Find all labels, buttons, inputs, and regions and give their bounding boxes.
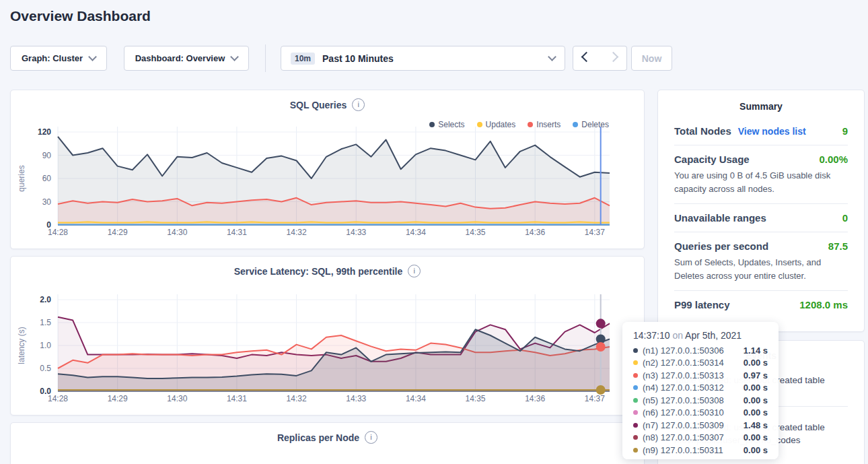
tooltip-row: (n6) 127.0.0.1:503100.00 s xyxy=(633,407,768,420)
legend-series-label: Deletes xyxy=(581,120,609,129)
svg-text:14:31: 14:31 xyxy=(227,394,247,403)
node-address: (n5) 127.0.0.1:50308 xyxy=(643,395,724,405)
svg-text:14:35: 14:35 xyxy=(466,228,486,237)
summary-value: 9 xyxy=(842,125,848,137)
series-dot xyxy=(633,373,638,378)
service-latency-chart[interactable]: 14:2814:2914:3014:3114:3214:3314:3414:35… xyxy=(11,257,644,415)
tooltip-timestamp: 14:37:10 on Apr 5th, 2021 xyxy=(633,330,768,341)
latency-value: 0.00 s xyxy=(744,432,768,442)
chevron-down-icon xyxy=(548,53,556,61)
sql-queries-chart[interactable]: 14:2814:2914:3014:3114:3214:3314:3414:35… xyxy=(11,90,644,248)
latency-value: 0.00 s xyxy=(744,395,768,405)
svg-text:14:30: 14:30 xyxy=(167,394,187,403)
page-title: Overview Dashboard xyxy=(10,8,151,24)
latency-value: 0.00 s xyxy=(744,358,768,368)
svg-text:14:34: 14:34 xyxy=(406,228,426,237)
summary-label: P99 latency xyxy=(674,299,730,310)
tooltip-date: Apr 5th, 2021 xyxy=(685,330,742,341)
series-dot xyxy=(633,435,638,440)
sql-queries-card: SQL Queries SelectsUpdatesInsertsDeletes… xyxy=(10,90,645,249)
legend-item: Deletes xyxy=(573,120,609,129)
summary-row: Total NodesView nodes list9 xyxy=(674,117,848,145)
time-range-dropdown[interactable]: 10m Past 10 Minutes xyxy=(281,46,565,71)
summary-value: 0 xyxy=(842,212,848,224)
tooltip-row: (n1) 127.0.0.1:503061.14 s xyxy=(633,344,768,357)
legend-series-dot xyxy=(429,122,435,127)
tooltip-row: (n3) 127.0.0.1:503130.97 s xyxy=(633,369,768,382)
summary-row: Unavailable ranges0 xyxy=(674,204,848,232)
sql-queries-legend: SelectsUpdatesInsertsDeletes xyxy=(429,120,609,129)
info-icon[interactable] xyxy=(408,265,421,277)
time-now-button[interactable]: Now xyxy=(631,46,672,71)
replicas-per-node-card: Replicas per Node xyxy=(10,422,645,464)
tooltip-row: (n7) 127.0.0.1:503091.48 s xyxy=(633,419,768,432)
chevron-left-icon xyxy=(581,52,592,63)
legend-item: Inserts xyxy=(528,120,560,129)
node-address: (n8) 127.0.0.1:50307 xyxy=(643,432,724,442)
legend-series-dot xyxy=(528,122,533,127)
series-dot xyxy=(633,348,638,353)
latency-value: 0.97 s xyxy=(744,370,768,380)
info-icon[interactable] xyxy=(365,431,377,444)
tooltip-node-list: (n1) 127.0.0.1:503061.14 s(n2) 127.0.0.1… xyxy=(633,344,768,457)
time-range-label: Past 10 Minutes xyxy=(322,53,394,64)
chevron-down-icon xyxy=(88,53,97,61)
node-address: (n1) 127.0.0.1:50306 xyxy=(643,345,724,356)
time-range-badge: 10m xyxy=(291,53,315,65)
tooltip-row: (n9) 127.0.0.1:503110.00 s xyxy=(633,444,768,457)
legend-series-label: Updates xyxy=(486,120,516,129)
svg-text:14:32: 14:32 xyxy=(287,228,307,237)
legend-series-label: Inserts xyxy=(536,120,560,129)
info-icon[interactable] xyxy=(352,98,365,111)
svg-text:14:30: 14:30 xyxy=(167,228,187,237)
summary-row: Queries per second87.5Sum of Selects, Up… xyxy=(674,232,848,291)
svg-text:14:37: 14:37 xyxy=(585,228,605,237)
svg-text:14:33: 14:33 xyxy=(346,394,366,403)
svg-text:14:36: 14:36 xyxy=(525,394,545,403)
summary-value: 87.5 xyxy=(828,240,848,252)
legend-series-dot xyxy=(573,122,578,127)
summary-rows: Total NodesView nodes list9Capacity Usag… xyxy=(658,117,864,319)
latency-value: 1.14 s xyxy=(744,345,768,356)
sql-queries-title: SQL Queries xyxy=(290,100,347,110)
series-dot xyxy=(633,448,638,453)
svg-text:latency (s): latency (s) xyxy=(17,327,26,364)
view-nodes-link[interactable]: View nodes list xyxy=(738,126,806,137)
summary-row: Capacity Usage0.00%You are using 0 B of … xyxy=(674,145,848,204)
service-latency-title: Service Latency: SQL, 99th percentile xyxy=(234,266,403,277)
series-dot xyxy=(633,385,638,390)
summary-subtext: Sum of Selects, Updates, Inserts, and De… xyxy=(674,256,848,282)
summary-row-main: P99 latency1208.0 ms xyxy=(674,299,848,310)
svg-text:0.0: 0.0 xyxy=(40,387,51,396)
time-next-button[interactable] xyxy=(600,46,627,71)
series-dot xyxy=(633,398,638,403)
legend-item: Updates xyxy=(477,120,516,129)
node-address: (n9) 127.0.0.1:50311 xyxy=(643,445,723,455)
svg-text:0.5: 0.5 xyxy=(40,364,51,373)
graph-dropdown[interactable]: Graph: Cluster xyxy=(10,46,107,71)
series-dot xyxy=(633,410,638,415)
summary-heading: Summary xyxy=(658,90,864,117)
svg-text:14:31: 14:31 xyxy=(227,228,247,237)
node-address: (n3) 127.0.0.1:50313 xyxy=(643,370,724,380)
service-latency-card: Service Latency: SQL, 99th percentile 14… xyxy=(10,256,645,416)
node-address: (n4) 127.0.0.1:50312 xyxy=(643,383,724,393)
latency-value: 1.48 s xyxy=(744,420,768,430)
svg-text:14:35: 14:35 xyxy=(466,394,486,403)
time-prev-button[interactable] xyxy=(573,46,600,71)
dashboard-dropdown[interactable]: Dashboard: Overview xyxy=(124,46,249,71)
summary-row-main: Capacity Usage0.00% xyxy=(674,154,848,165)
svg-text:30: 30 xyxy=(42,197,52,207)
node-address: (n2) 127.0.0.1:50314 xyxy=(643,358,724,368)
replicas-per-node-header: Replicas per Node xyxy=(11,431,644,444)
summary-label: Capacity Usage xyxy=(674,154,750,165)
latency-value: 0.00 s xyxy=(744,445,768,455)
tooltip-time: 14:37:10 xyxy=(633,330,670,341)
chart-hover-tooltip: 14:37:10 on Apr 5th, 2021 (n1) 127.0.0.1… xyxy=(622,322,779,459)
overview-dashboard-page: Overview Dashboard Graph: Cluster Dashbo… xyxy=(0,0,868,464)
series-dot xyxy=(633,360,638,365)
svg-text:14:33: 14:33 xyxy=(346,228,366,237)
svg-text:queries: queries xyxy=(17,165,26,191)
latency-value: 0.00 s xyxy=(744,407,768,418)
svg-text:14:34: 14:34 xyxy=(406,394,426,403)
